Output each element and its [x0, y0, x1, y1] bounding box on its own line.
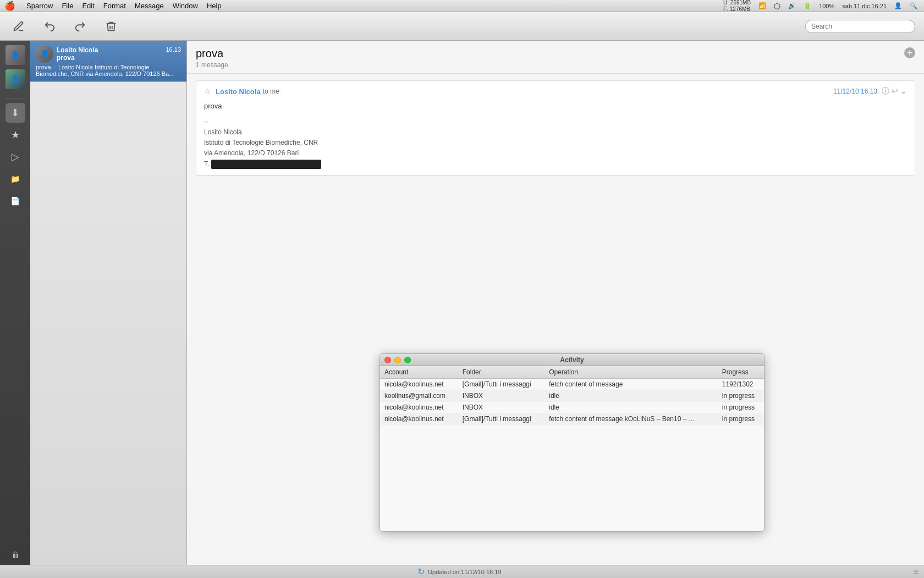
apple-menu[interactable]: 🍎	[4, 1, 15, 11]
info-icon[interactable]: ⓘ	[882, 86, 889, 96]
bluetooth-icon: ⬡	[772, 2, 783, 10]
cell-progress: 1192/1302	[718, 379, 764, 390]
maximize-window-button[interactable]	[404, 357, 411, 363]
search-input[interactable]	[805, 20, 915, 33]
activity-table-container: Account Folder Operation Progress nicola…	[380, 366, 764, 531]
menubar-file[interactable]: File	[57, 0, 78, 12]
phone-label: T.	[204, 160, 209, 168]
email-thread-header: prova 1 message. +	[187, 41, 924, 74]
cell-operation: fetch content of message kOoLiNuS – Ben1…	[544, 413, 718, 425]
col-operation: Operation	[544, 366, 718, 379]
cell-operation: fetch content of message	[544, 379, 718, 390]
window-controls	[384, 357, 411, 363]
minimize-window-button[interactable]	[394, 357, 401, 363]
activity-window: Activity Account Folder Operation Progre…	[380, 353, 765, 532]
cell-account: nicola@koolinus.net	[380, 379, 458, 390]
cell-folder: INBOX	[458, 390, 544, 402]
sig-line-1: Losito Nicola	[204, 127, 907, 138]
menubar-format[interactable]: Format	[99, 0, 130, 12]
cell-account: nicola@koolinus.net	[380, 402, 458, 413]
cell-account: koolinus@gmail.com	[380, 390, 458, 402]
activity-window-title: Activity	[560, 356, 584, 364]
user-icon: 👤	[892, 2, 904, 9]
cell-operation: idle	[544, 402, 718, 413]
cell-folder: [Gmail]/Tutti i messaggi	[458, 379, 544, 390]
sig-line-0: --	[204, 117, 907, 127]
email-sender-name: Losito Nicola	[57, 46, 98, 54]
email-date: 11/12/10 16.13	[833, 88, 877, 95]
battery-percent: 100%	[817, 3, 837, 9]
cell-progress: in progress	[718, 402, 764, 413]
compose-button[interactable]	[9, 17, 29, 36]
email-preview: prova -- Losito Nicola Istituto di Tecno…	[36, 64, 181, 77]
menubar-sparrow[interactable]: Sparrow	[22, 0, 57, 12]
email-message-header: ☆ Losito Nicola to me 11/12/10 16.13 ⓘ ↩…	[204, 86, 907, 96]
table-row: nicola@koolinus.net [Gmail]/Tutti i mess…	[380, 413, 764, 425]
cell-account: nicola@koolinus.net	[380, 413, 458, 425]
memory-indicator: U: 2691MBF: 1276MB	[721, 0, 753, 13]
sig-line-3: via Amendola, 122/D 70126 Bari	[204, 148, 907, 159]
message-actions: ⓘ ↩ ⌄	[882, 86, 907, 96]
forward-button[interactable]	[70, 17, 90, 36]
search-icon[interactable]: 🔍	[908, 2, 920, 9]
menubar-right: U: 2691MBF: 1276MB 📶 ⬡ 🔊 🔋 100% sab 11 d…	[721, 0, 920, 13]
email-message: ☆ Losito Nicola to me 11/12/10 16.13 ⓘ ↩…	[196, 80, 915, 176]
close-window-button[interactable]	[384, 357, 391, 363]
table-row: nicola@koolinus.net [Gmail]/Tutti i mess…	[380, 379, 764, 390]
email-from: Losito Nicola	[216, 88, 261, 96]
sig-phone: T. ████████████████████	[204, 159, 907, 170]
battery-icon: 🔋	[801, 2, 813, 9]
clock: sab 11 dic 16:21	[840, 3, 889, 9]
email-subject: prova	[57, 54, 181, 62]
sync-icon[interactable]: ↻	[417, 566, 425, 577]
email-thread-title: prova	[196, 47, 915, 60]
sidebar: 👤 👤 ⬇ ★ ▷ 📁 📄 🗑	[0, 41, 30, 565]
cell-folder: INBOX	[458, 402, 544, 413]
cell-operation: idle	[544, 390, 718, 402]
toolbar	[0, 12, 924, 41]
user-avatar-1[interactable]: 👤	[6, 45, 25, 65]
menubar-edit[interactable]: Edit	[78, 0, 98, 12]
status-text: Updated on 11/12/10 16:19	[428, 569, 501, 575]
email-to: to me	[263, 88, 279, 95]
email-list-panel: 👤 Losito Nicola 16.13 prova prova -- Los…	[30, 41, 187, 565]
star-icon[interactable]: ☆	[204, 87, 211, 96]
cell-progress: in progress	[718, 413, 764, 425]
reply-msg-icon[interactable]: ↩	[892, 86, 898, 96]
email-list-item[interactable]: 👤 Losito Nicola 16.13 prova prova -- Los…	[30, 41, 186, 82]
sig-line-2: Istituto di Tecnologie Biomediche, CNR	[204, 138, 907, 148]
menubar-message[interactable]: Message	[130, 0, 168, 12]
phone-number-redacted: ████████████████████	[211, 160, 321, 170]
col-folder: Folder	[458, 366, 544, 379]
table-row: nicola@koolinus.net INBOX idle in progre…	[380, 402, 764, 413]
add-to-thread-button[interactable]: +	[904, 47, 915, 58]
notes-icon[interactable]: 📄	[6, 191, 25, 211]
inbox-icon[interactable]: ⬇	[6, 103, 25, 123]
archive-icon[interactable]: 📁	[6, 169, 25, 189]
wifi-icon: 📶	[756, 2, 768, 9]
activity-titlebar: Activity	[380, 354, 764, 366]
menubar-help[interactable]: Help	[202, 0, 226, 12]
table-row: koolinus@gmail.com INBOX idle in progres…	[380, 390, 764, 402]
email-sender-avatar: 👤	[36, 45, 53, 63]
menubar-window[interactable]: Window	[168, 0, 202, 12]
reply-button[interactable]	[40, 17, 59, 36]
reply-all-icon[interactable]: ⌄	[900, 86, 907, 96]
email-thread-count: 1 message.	[196, 61, 915, 69]
email-view: prova 1 message. + ☆ Losito Nicola to me…	[187, 41, 924, 565]
trash-sidebar-icon[interactable]: 🗑	[6, 545, 25, 565]
col-progress: Progress	[718, 366, 764, 379]
menu-icon[interactable]: ≡	[914, 567, 919, 577]
starred-icon[interactable]: ★	[6, 125, 25, 145]
email-body: prova -- Losito Nicola Istituto di Tecno…	[204, 101, 907, 170]
email-time: 16.13	[166, 46, 181, 54]
activity-table: Account Folder Operation Progress nicola…	[380, 366, 764, 425]
col-account: Account	[380, 366, 458, 379]
user-avatar-2[interactable]: 👤	[6, 69, 25, 89]
sent-icon[interactable]: ▷	[6, 147, 25, 167]
statusbar: ↻ Updated on 11/12/10 16:19 ≡	[0, 565, 924, 578]
cell-progress: in progress	[718, 390, 764, 402]
menubar: 🍎 Sparrow File Edit Format Message Windo…	[0, 0, 924, 12]
email-signature: -- Losito Nicola Istituto di Tecnologie …	[204, 117, 907, 170]
trash-button[interactable]	[101, 17, 121, 36]
